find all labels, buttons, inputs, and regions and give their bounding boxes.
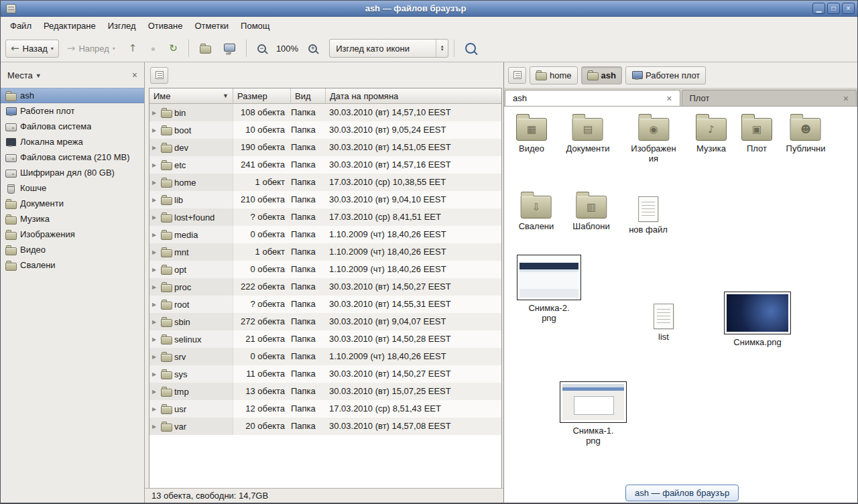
table-row[interactable]: ▶ dev 190 обекта Папка 30.03.2010 (вт) 1… xyxy=(149,139,501,156)
titlebar[interactable]: ash — файлов браузър ▁ □ × xyxy=(1,1,857,17)
places-dropdown-icon[interactable]: ▼ xyxy=(36,72,42,79)
table-row[interactable]: ▶ opt 0 обекта Папка 1.10.2009 (чт) 18,4… xyxy=(149,261,501,278)
file-item[interactable]: Музика xyxy=(696,112,727,153)
window-menu-icon[interactable] xyxy=(6,4,16,13)
table-row[interactable]: ▶ selinux 21 обекта Папка 30.03.2010 (вт… xyxy=(149,330,501,348)
table-row[interactable]: ▶ sys 11 обекта Папка 30.03.2010 (вт) 14… xyxy=(149,365,501,383)
zoom-out-button[interactable]: − xyxy=(252,40,271,57)
table-row[interactable]: ▶ lost+found ? обекта Папка 17.03.2010 (… xyxy=(149,208,501,226)
up-button[interactable]: ↑ xyxy=(123,40,143,57)
table-row[interactable]: ▶ etc 241 обекта Папка 30.03.2010 (вт) 1… xyxy=(149,156,501,174)
minimize-button[interactable]: ▁ xyxy=(812,3,825,14)
tab[interactable]: Плот × xyxy=(682,90,857,106)
places-item[interactable]: Изображения xyxy=(1,227,144,242)
file-item[interactable]: Шаблони xyxy=(572,190,609,231)
file-item[interactable]: Изображен ия xyxy=(631,112,676,164)
expander-icon[interactable]: ▶ xyxy=(152,424,158,430)
expander-icon[interactable]: ▶ xyxy=(152,371,158,377)
expander-icon[interactable]: ▶ xyxy=(152,214,158,220)
menu-item[interactable]: Отиване xyxy=(142,18,189,34)
table-row[interactable]: ▶ srv 0 обекта Папка 1.10.2009 (чт) 18,4… xyxy=(149,348,501,365)
expander-icon[interactable]: ▶ xyxy=(152,406,158,412)
file-item[interactable]: Плот xyxy=(741,112,772,153)
expander-icon[interactable]: ▶ xyxy=(152,389,158,395)
file-item[interactable]: Снимка.png xyxy=(724,292,791,347)
menu-item[interactable]: Отметки xyxy=(188,18,235,34)
table-row[interactable]: ▶ media 0 обекта Папка 1.10.2009 (чт) 18… xyxy=(149,226,501,243)
expander-icon[interactable]: ▶ xyxy=(152,354,158,360)
menu-item[interactable]: Изглед xyxy=(102,18,142,34)
close-button[interactable]: × xyxy=(842,3,855,14)
places-item[interactable]: Кошче xyxy=(1,180,144,196)
menu-item[interactable]: Редактиране xyxy=(38,18,102,34)
column-header-modified[interactable]: Дата на промяна xyxy=(326,88,501,104)
table-row[interactable]: ▶ boot 10 обекта Папка 30.03.2010 (вт) 9… xyxy=(149,121,501,139)
places-item[interactable]: Файлова система xyxy=(1,119,144,134)
column-header-size[interactable]: Размер xyxy=(233,88,291,104)
table-row[interactable]: ▶ home 1 обект Папка 17.03.2010 (ср) 10,… xyxy=(149,174,501,191)
table-row[interactable]: ▶ usr 12 обекта Папка 17.03.2010 (ср) 8,… xyxy=(149,400,501,418)
path-button[interactable]: Работен плот xyxy=(625,66,706,84)
expander-icon[interactable]: ▶ xyxy=(152,162,158,168)
location-toggle-button[interactable] xyxy=(150,67,168,84)
expander-icon[interactable]: ▶ xyxy=(152,110,158,116)
tab-close-icon[interactable]: × xyxy=(843,94,849,103)
expander-icon[interactable]: ▶ xyxy=(152,180,158,186)
places-item[interactable]: Работен плот xyxy=(1,103,144,119)
places-title[interactable]: Места xyxy=(7,70,33,80)
file-item[interactable]: list xyxy=(654,300,674,342)
table-row[interactable]: ▶ lib 210 обекта Папка 30.03.2010 (вт) 9… xyxy=(149,191,501,208)
table-row[interactable]: ▶ bin 108 обекта Папка 30.03.2010 (вт) 1… xyxy=(149,104,501,121)
expander-icon[interactable]: ▶ xyxy=(152,302,158,308)
back-dropdown-icon[interactable]: ▾ xyxy=(51,46,54,52)
expander-icon[interactable]: ▶ xyxy=(152,336,158,342)
location-toggle-button[interactable] xyxy=(508,67,526,84)
zoom-in-button[interactable]: + xyxy=(303,40,322,57)
expander-icon[interactable]: ▶ xyxy=(152,145,158,151)
tab[interactable]: ash × xyxy=(505,90,680,106)
table-row[interactable]: ▶ proc 222 обекта Папка 30.03.2010 (вт) … xyxy=(149,278,501,296)
menu-item[interactable]: Файл xyxy=(4,18,38,34)
table-row[interactable]: ▶ sbin 272 обекта Папка 30.03.2010 (вт) … xyxy=(149,313,501,330)
file-item[interactable]: Документи xyxy=(566,112,610,153)
places-item[interactable]: Локална мрежа xyxy=(1,134,144,149)
places-item[interactable]: Свалени xyxy=(1,257,144,273)
file-item[interactable]: нов файл xyxy=(629,192,668,235)
view-mode-select[interactable]: Изглед като икони ▲▼ xyxy=(329,39,448,58)
column-header-type[interactable]: Вид xyxy=(291,88,326,104)
table-row[interactable]: ▶ tmp 13 обекта Папка 30.03.2010 (вт) 15… xyxy=(149,383,501,400)
column-header-name[interactable]: Име ▼ xyxy=(149,88,233,104)
file-item[interactable]: Свалени xyxy=(519,190,554,231)
taskbar-window-button[interactable]: ash — файлов браузър xyxy=(625,485,739,501)
table-row[interactable]: ▶ mnt 1 обект Папка 1.10.2009 (чт) 18,40… xyxy=(149,243,501,261)
expander-icon[interactable]: ▶ xyxy=(152,319,158,325)
table-row[interactable]: ▶ root ? обекта Папка 30.03.2010 (вт) 14… xyxy=(149,296,501,313)
computer-button[interactable] xyxy=(219,41,241,56)
file-item[interactable]: Видео xyxy=(516,112,547,153)
expander-icon[interactable]: ▶ xyxy=(152,267,158,273)
menu-item[interactable]: Помощ xyxy=(235,18,275,34)
places-item[interactable]: ash xyxy=(1,88,144,103)
places-item[interactable]: Видео xyxy=(1,242,144,257)
tab-close-icon[interactable]: × xyxy=(666,94,672,103)
maximize-button[interactable]: □ xyxy=(827,3,840,14)
expander-icon[interactable]: ▶ xyxy=(152,197,158,203)
home-button[interactable] xyxy=(194,39,216,58)
file-item[interactable]: Публични xyxy=(786,112,826,153)
expander-icon[interactable]: ▶ xyxy=(152,284,158,290)
expander-icon[interactable]: ▶ xyxy=(152,127,158,133)
places-item[interactable]: Файлова система (210 MB) xyxy=(1,149,144,165)
path-button[interactable]: ash xyxy=(581,66,622,84)
places-close-icon[interactable]: × xyxy=(132,70,137,80)
places-item[interactable]: Шифриран дял (80 GB) xyxy=(1,165,144,180)
back-button[interactable]: ← Назад ▾ xyxy=(5,40,59,58)
file-item[interactable]: Снимка-2. png xyxy=(517,255,581,323)
expander-icon[interactable]: ▶ xyxy=(152,249,158,255)
table-row[interactable]: ▶ var 20 обекта Папка 30.03.2010 (вт) 14… xyxy=(149,418,501,435)
file-item[interactable]: Снимка-1. png xyxy=(560,381,627,446)
reload-button[interactable]: ↻ xyxy=(164,40,183,57)
search-button[interactable] xyxy=(460,39,481,58)
places-item[interactable]: Музика xyxy=(1,211,144,227)
expander-icon[interactable]: ▶ xyxy=(152,232,158,238)
path-button[interactable]: home xyxy=(530,66,578,84)
